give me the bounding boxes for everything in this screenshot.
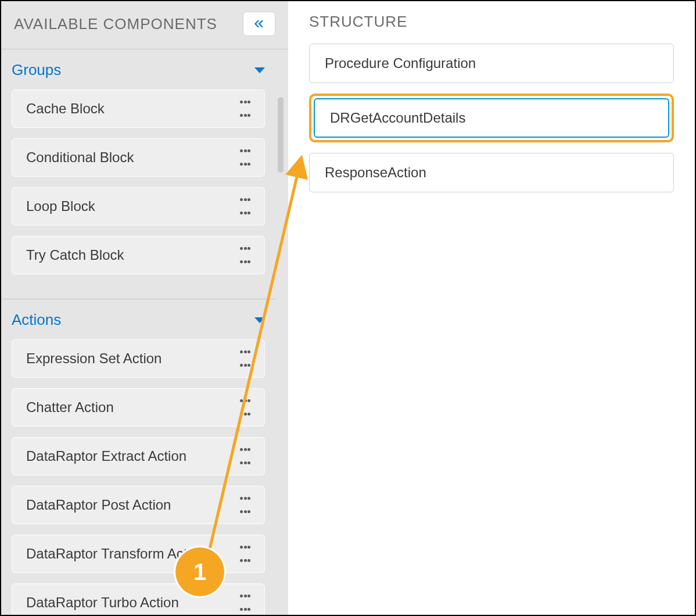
drag-handle-icon[interactable] <box>240 247 250 263</box>
sidebar-scrollbar[interactable] <box>278 97 284 173</box>
double-chevron-left-icon <box>253 18 265 30</box>
drag-handle-icon[interactable] <box>240 448 250 464</box>
component-dataraptor-extract-action[interactable]: DataRaptor Extract Action <box>12 437 265 475</box>
structure-item-procedure-configuration[interactable]: Procedure Configuration <box>309 44 674 83</box>
group-section-actions: Actions Expression Set Action Chatter Ac… <box>1 299 275 615</box>
component-label: DataRaptor Extract Action <box>26 448 186 464</box>
component-label: Try Catch Block <box>26 247 124 263</box>
component-loop-block[interactable]: Loop Block <box>12 187 265 225</box>
component-label: Conditional Block <box>26 149 134 166</box>
chevron-down-icon <box>254 67 265 73</box>
groups-header[interactable]: Groups <box>1 49 275 87</box>
drag-handle-icon[interactable] <box>240 101 250 117</box>
actions-item-list: Expression Set Action Chatter Action Dat… <box>1 337 275 615</box>
actions-title: Actions <box>12 311 61 329</box>
component-label: Expression Set Action <box>26 350 162 367</box>
component-try-catch-block[interactable]: Try Catch Block <box>12 236 265 274</box>
component-dataraptor-transform-action[interactable]: DataRaptor Transform Action <box>12 535 265 573</box>
structure-item-highlight: DRGetAccountDetails <box>309 94 674 142</box>
component-label: Chatter Action <box>26 399 114 416</box>
sidebar-header: AVAILABLE COMPONENTS <box>1 1 288 49</box>
drag-handle-icon[interactable] <box>240 198 250 214</box>
drag-handle-icon[interactable] <box>240 594 250 611</box>
component-label: DataRaptor Post Action <box>26 497 171 513</box>
structure-item-responseaction[interactable]: ResponseAction <box>309 153 674 192</box>
drag-handle-icon[interactable] <box>240 497 250 513</box>
groups-item-list: Cache Block Conditional Block Loop Block… <box>1 87 275 279</box>
component-dataraptor-post-action[interactable]: DataRaptor Post Action <box>12 486 265 524</box>
sidebar-title: AVAILABLE COMPONENTS <box>14 15 217 33</box>
component-dataraptor-turbo-action[interactable]: DataRaptor Turbo Action <box>12 583 265 615</box>
available-components-panel: AVAILABLE COMPONENTS Groups Cache Block <box>1 1 288 615</box>
drag-handle-icon[interactable] <box>240 399 250 416</box>
structure-item-drgetaccountdetails[interactable]: DRGetAccountDetails <box>314 98 669 138</box>
structure-item-label: DRGetAccountDetails <box>330 110 465 126</box>
structure-list: Procedure Configuration DRGetAccountDeta… <box>309 44 674 192</box>
actions-header[interactable]: Actions <box>1 299 275 337</box>
group-section-groups: Groups Cache Block Conditional Block Loo… <box>1 49 275 299</box>
drag-handle-icon[interactable] <box>240 546 250 562</box>
component-expression-set-action[interactable]: Expression Set Action <box>12 339 265 378</box>
sidebar-body: Groups Cache Block Conditional Block Loo… <box>1 49 288 615</box>
structure-title: STRUCTURE <box>309 9 674 44</box>
drag-handle-icon[interactable] <box>240 350 250 367</box>
groups-title: Groups <box>12 61 61 79</box>
chevron-down-icon <box>254 317 265 323</box>
collapse-sidebar-button[interactable] <box>243 12 275 36</box>
component-conditional-block[interactable]: Conditional Block <box>12 138 265 177</box>
structure-item-label: ResponseAction <box>325 164 426 181</box>
structure-item-label: Procedure Configuration <box>325 55 476 71</box>
structure-panel: STRUCTURE Procedure Configuration DRGetA… <box>288 1 695 615</box>
component-chatter-action[interactable]: Chatter Action <box>12 388 265 427</box>
component-label: DataRaptor Transform Action <box>26 546 206 562</box>
component-label: DataRaptor Turbo Action <box>26 594 179 611</box>
component-cache-block[interactable]: Cache Block <box>12 89 265 128</box>
drag-handle-icon[interactable] <box>240 149 250 166</box>
component-label: Loop Block <box>26 198 95 214</box>
component-label: Cache Block <box>26 101 105 117</box>
